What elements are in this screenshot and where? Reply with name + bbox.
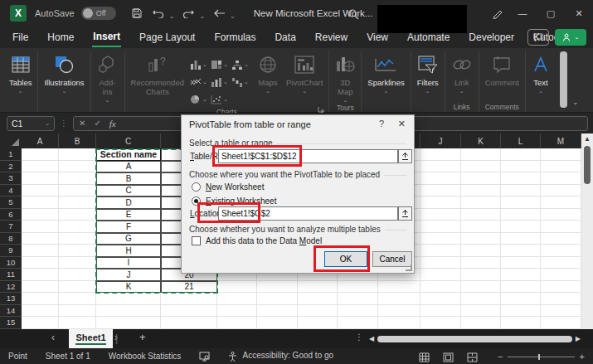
cell-K2[interactable] (461, 161, 501, 173)
cell-E15[interactable] (217, 317, 257, 329)
qat-customize-chevron-icon[interactable]: ⌄ (230, 12, 236, 20)
cell-L1[interactable] (501, 148, 541, 161)
cell-C15[interactable] (96, 317, 161, 329)
row-header-6[interactable]: 6 (0, 209, 22, 221)
hierarchy-chart-button[interactable]: ⌄ (231, 56, 252, 73)
display-settings-icon[interactable] (199, 352, 210, 362)
cell-B7[interactable] (59, 221, 96, 233)
cell-B12[interactable] (59, 281, 96, 294)
cell-G12[interactable] (298, 281, 338, 294)
dialog-close-button[interactable]: ✕ (398, 119, 406, 129)
horizontal-scrollbar[interactable]: ◀ ▶ (369, 334, 581, 343)
row-header-12[interactable]: 12 (0, 281, 22, 294)
tab-review[interactable]: Review (314, 28, 348, 46)
cell-D15[interactable] (161, 317, 217, 329)
column-header-c[interactable]: C (96, 133, 161, 148)
row-header-1[interactable]: 1 (0, 148, 22, 161)
cell-J2[interactable] (420, 161, 461, 173)
row-header-10[interactable]: 10 (0, 257, 22, 269)
cell-M15[interactable] (541, 317, 581, 329)
cell-C12[interactable]: K (96, 281, 161, 294)
cell-A10[interactable] (22, 257, 59, 269)
tab-developer[interactable]: Developer (468, 28, 515, 46)
editing-mode-button[interactable] (488, 4, 507, 22)
cell-C10[interactable]: I (96, 257, 161, 269)
recommended-charts-button[interactable]: ? Recommended Charts (127, 51, 188, 96)
cell-M11[interactable] (541, 269, 581, 281)
maximize-button[interactable]: ▢ (537, 0, 565, 27)
sparklines-button[interactable]: Sparklines ⌄ (363, 51, 408, 95)
scroll-right-arrow-icon[interactable]: ▶ (576, 335, 581, 342)
cell-J4[interactable] (420, 185, 461, 197)
cell-B13[interactable] (59, 293, 96, 305)
cell-C14[interactable] (96, 305, 161, 318)
cell-A13[interactable] (22, 293, 59, 305)
existing-worksheet-radio[interactable] (192, 197, 201, 206)
cell-A2[interactable] (22, 161, 59, 173)
vertical-scroll-thumb[interactable] (584, 146, 591, 184)
cell-E14[interactable] (217, 305, 257, 318)
comments-pane-button[interactable] (527, 29, 549, 46)
cell-L15[interactable] (501, 317, 541, 329)
cell-M3[interactable] (541, 172, 581, 185)
cell-M12[interactable] (541, 281, 581, 294)
table-range-collapse-button[interactable] (398, 149, 412, 163)
tab-formulas[interactable]: Formulas (213, 28, 256, 46)
cell-B11[interactable] (59, 269, 96, 281)
cell-F15[interactable] (257, 317, 298, 329)
cell-C6[interactable]: E (96, 209, 161, 221)
tab-page-layout[interactable]: Page Layout (139, 28, 196, 46)
cell-K15[interactable] (461, 317, 501, 329)
cell-C7[interactable]: F (96, 221, 161, 233)
cell-J7[interactable] (420, 221, 461, 233)
cell-F12[interactable] (257, 281, 298, 294)
cell-H15[interactable] (338, 317, 378, 329)
minimize-button[interactable]: — (508, 0, 537, 27)
redo-button[interactable] (179, 4, 197, 22)
scroll-up-arrow-icon[interactable]: ▲ (581, 133, 593, 143)
page-break-view-icon[interactable] (467, 351, 478, 364)
maps-button[interactable]: Maps ⌄ (254, 51, 282, 95)
row-header-11[interactable]: 11 (0, 269, 22, 281)
cell-K13[interactable] (461, 293, 501, 305)
cell-K6[interactable] (461, 209, 501, 221)
ok-button[interactable]: OK (324, 251, 367, 267)
cell-D13[interactable] (161, 293, 217, 305)
treemap-chart-button[interactable]: ⌄ (211, 56, 231, 73)
cell-B10[interactable] (59, 257, 96, 269)
cell-K10[interactable] (461, 257, 501, 269)
cell-L6[interactable] (501, 209, 541, 221)
cell-B3[interactable] (59, 172, 96, 185)
link-button[interactable]: Link ⌄ (447, 51, 477, 95)
save-button[interactable] (128, 4, 146, 22)
bar-chart-button[interactable]: ⌄ (211, 73, 231, 90)
row-header-14[interactable]: 14 (0, 305, 22, 318)
cell-A9[interactable] (22, 245, 59, 257)
cell-C2[interactable]: A (96, 161, 161, 173)
cell-H13[interactable] (338, 293, 378, 305)
cell-J10[interactable] (420, 257, 461, 269)
cell-C11[interactable]: J (96, 269, 161, 281)
insert-function-icon[interactable]: fx (109, 119, 116, 129)
cell-L8[interactable] (501, 233, 541, 245)
cell-L4[interactable] (501, 185, 541, 197)
collapse-ribbon-chevron-icon[interactable]: ⌄ (572, 98, 579, 106)
row-header-15[interactable]: 15 (0, 317, 22, 329)
cell-F14[interactable] (257, 305, 298, 318)
cell-B14[interactable] (59, 305, 96, 318)
cell-J15[interactable] (420, 317, 461, 329)
sheet-tab-sheet1[interactable]: Sheet1 (69, 329, 113, 348)
cell-J5[interactable] (420, 197, 461, 209)
scroll-left-arrow-icon[interactable]: ◀ (369, 335, 374, 342)
cell-H14[interactable] (338, 305, 378, 318)
cell-G13[interactable] (298, 293, 338, 305)
sheet-count[interactable]: Sheet 1 of 1 (46, 352, 90, 361)
cell-H12[interactable] (338, 281, 378, 294)
dialog-resize-grip[interactable] (406, 265, 412, 271)
cell-B15[interactable] (59, 317, 96, 329)
cell-L14[interactable] (501, 305, 541, 318)
cell-B2[interactable] (59, 161, 96, 173)
cell-B4[interactable] (59, 185, 96, 197)
select-all-corner[interactable] (0, 133, 22, 148)
column-header-m[interactable]: M (541, 133, 581, 148)
